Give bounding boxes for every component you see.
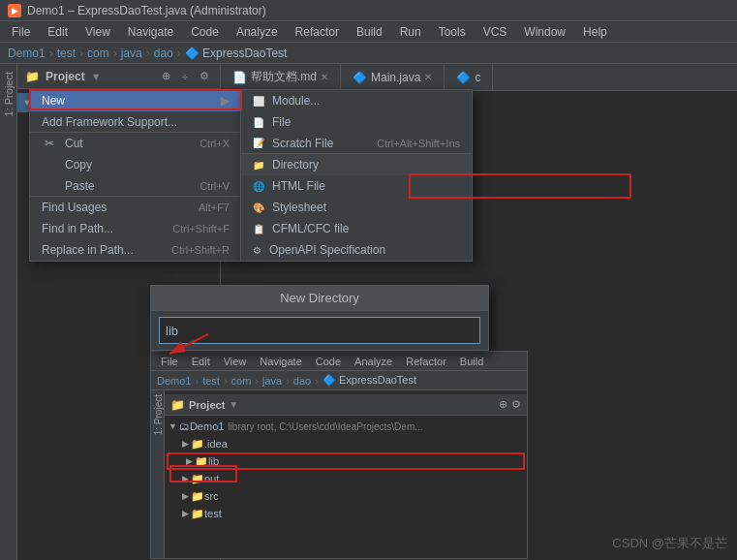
menu-view[interactable]: View [77, 23, 118, 41]
lower-menu-analyze[interactable]: Analyze [349, 356, 398, 367]
lower-arrow-src: ▶ [182, 491, 189, 501]
sub-item-stylesheet[interactable]: 🎨 Stylesheet [241, 197, 472, 218]
context-menu: New ▶ Add Framework Support... ✂ Cut Ctr… [29, 89, 242, 262]
lower-path-demo1: library root, C:\Users\cdd\IdeaProjects\… [228, 421, 422, 432]
panel-icon-collapse[interactable]: ÷ [177, 69, 193, 84]
breadcrumb-dao[interactable]: dao [154, 47, 173, 60]
lower-main: 1: Project 📁 Project ▼ ⊕ ⚙ ▼ 🗂 Demo1 lib… [151, 390, 527, 558]
lower-arrow-demo1: ▼ [169, 421, 177, 431]
lower-bc-dao[interactable]: dao [293, 375, 311, 387]
lower-icon-settings[interactable]: ⚙ [511, 398, 521, 411]
cut-icon: ✂ [42, 137, 57, 150]
lower-dropdown-icon[interactable]: ▼ [229, 399, 238, 410]
menu-edit[interactable]: Edit [40, 23, 76, 41]
lower-project-tab[interactable]: 1: Project [151, 390, 166, 439]
menu-window[interactable]: Window [516, 23, 573, 41]
sub-item-html[interactable]: 🌐 HTML File [241, 175, 472, 197]
lower-menu-navigate[interactable]: Navigate [254, 356, 307, 367]
lower-bc-test[interactable]: test [202, 375, 220, 387]
breadcrumb-java[interactable]: java [121, 47, 142, 60]
breadcrumb-test[interactable]: test [57, 47, 76, 60]
tab-helpmd[interactable]: 📄 帮助文档.md ✕ [221, 64, 341, 90]
menu-run[interactable]: Run [392, 23, 429, 41]
menu-vcs[interactable]: VCS [476, 23, 515, 41]
ctx-item-add-framework[interactable]: Add Framework Support... [30, 111, 241, 133]
lower-menu-edit[interactable]: Edit [186, 356, 216, 367]
lower-menu-view[interactable]: View [218, 356, 253, 367]
lower-panel-icons: ⊕ ⚙ [499, 398, 521, 411]
lower-menu-file[interactable]: File [155, 356, 184, 367]
lower-arrow-idea: ▶ [182, 439, 189, 449]
menu-code[interactable]: Code [183, 23, 227, 41]
sub-item-cfml[interactable]: 📋 CFML/CFC file [241, 218, 472, 239]
breadcrumb: Demo1 › test › com › java › dao › 🔷 Expr… [0, 43, 737, 64]
lower-bc-com[interactable]: com [231, 375, 252, 387]
menu-bar: File Edit View Navigate Code Analyze Ref… [0, 21, 737, 43]
directory-icon: 📁 [253, 160, 264, 171]
project-tab-label[interactable]: 1: Project [1, 68, 16, 120]
lower-label-test: test [204, 508, 222, 519]
breadcrumb-current: 🔷 ExpressDaoTest [185, 47, 288, 60]
lower-folder-lib-icon: 📁 [195, 455, 208, 468]
ctx-item-copy[interactable]: Copy [30, 154, 241, 175]
menu-analyze[interactable]: Analyze [229, 23, 286, 41]
lower-arrow-test: ▶ [182, 509, 189, 518]
lower-tree-demo1[interactable]: ▼ 🗂 Demo1 library root, C:\Users\cdd\Ide… [165, 418, 527, 435]
module-icon: ⬜ [253, 96, 264, 107]
panel-dropdown-icon[interactable]: ▼ [91, 71, 102, 82]
tab-mainjava[interactable]: 🔷 Main.java ✕ [341, 64, 445, 90]
lower-tree: ▼ 🗂 Demo1 library root, C:\Users\cdd\Ide… [165, 416, 527, 524]
lower-side-tab: 1: Project [151, 390, 165, 558]
lower-arrow-lib: ▶ [186, 456, 193, 466]
sub-item-scratch[interactable]: 📝 Scratch File Ctrl+Alt+Shift+Ins [241, 133, 472, 154]
lower-tree-src[interactable]: ▶ 📁 src [165, 487, 527, 505]
lower-content: 📁 Project ▼ ⊕ ⚙ ▼ 🗂 Demo1 library root, … [165, 390, 527, 558]
lower-label-out: out [204, 473, 219, 484]
lower-bc-demo1[interactable]: Demo1 [157, 375, 191, 387]
lower-tree-out[interactable]: ▶ 📁 out [165, 470, 527, 487]
lower-menu-code[interactable]: Code [310, 356, 347, 367]
ctx-item-cut[interactable]: ✂ Cut Ctrl+X [30, 133, 241, 154]
side-tab: 1: Project [0, 64, 17, 560]
lower-bc-current: 🔷 ExpressDaoTest [322, 374, 416, 387]
menu-help[interactable]: Help [575, 23, 615, 41]
ctx-item-paste[interactable]: Paste Ctrl+V [30, 175, 241, 197]
ctx-item-replace-path[interactable]: Replace in Path... Ctrl+Shift+R [30, 239, 241, 261]
scratch-icon: 📝 [253, 138, 264, 148]
panel-icon-sync[interactable]: ⊕ [158, 69, 173, 84]
lower-folder-idea-icon: 📁 [191, 438, 204, 451]
sub-item-file[interactable]: 📄 File [241, 111, 472, 133]
menu-tools[interactable]: Tools [431, 23, 474, 41]
breadcrumb-demo1[interactable]: Demo1 [8, 47, 46, 60]
lower-menu-refactor[interactable]: Refactor [400, 356, 452, 367]
api-icon: ⚙ [253, 245, 261, 256]
sub-item-module[interactable]: ⬜ Module... [241, 90, 472, 111]
lower-tree-lib[interactable]: ▶ 📁 lib [167, 452, 525, 470]
sub-item-openapi[interactable]: ⚙ OpenAPI Specification [241, 239, 472, 261]
submenu: ⬜ Module... 📄 File 📝 Scratch File Ctrl+A… [240, 89, 473, 262]
breadcrumb-com[interactable]: com [87, 47, 109, 60]
ctx-item-new[interactable]: New ▶ [30, 90, 241, 111]
ctx-item-find-usages[interactable]: Find Usages Alt+F7 [30, 197, 241, 218]
ctx-new-arrow: ▶ [221, 94, 230, 108]
tab-c[interactable]: 🔷 c [445, 64, 493, 90]
menu-build[interactable]: Build [349, 23, 390, 41]
menu-navigate[interactable]: Navigate [120, 23, 181, 41]
lower-tree-test[interactable]: ▶ 📁 test [165, 505, 527, 522]
panel-header: 📁 Project ▼ ⊕ ÷ ⚙ [17, 64, 220, 89]
lower-breadcrumb: Demo1 › test › com › java › dao › 🔷 Expr… [151, 371, 527, 390]
new-directory-input[interactable] [159, 317, 480, 344]
lower-folder-src-icon: 📁 [191, 490, 204, 503]
menu-refactor[interactable]: Refactor [288, 23, 347, 41]
lower-icon-sync[interactable]: ⊕ [499, 398, 507, 411]
lower-folder-test-icon: 📁 [191, 508, 204, 520]
lower-bc-java[interactable]: java [262, 375, 282, 387]
panel-icon-settings[interactable]: ⚙ [197, 69, 212, 84]
panel-icons: ⊕ ÷ ⚙ [158, 69, 212, 84]
lower-menu-build[interactable]: Build [454, 356, 489, 367]
new-directory-dialog: New Directory [150, 285, 489, 351]
lower-tree-idea[interactable]: ▶ 📁 .idea [165, 435, 527, 452]
menu-file[interactable]: File [4, 23, 38, 41]
sub-item-directory[interactable]: 📁 Directory [241, 154, 472, 175]
ctx-item-find-path[interactable]: Find in Path... Ctrl+Shift+F [30, 218, 241, 239]
